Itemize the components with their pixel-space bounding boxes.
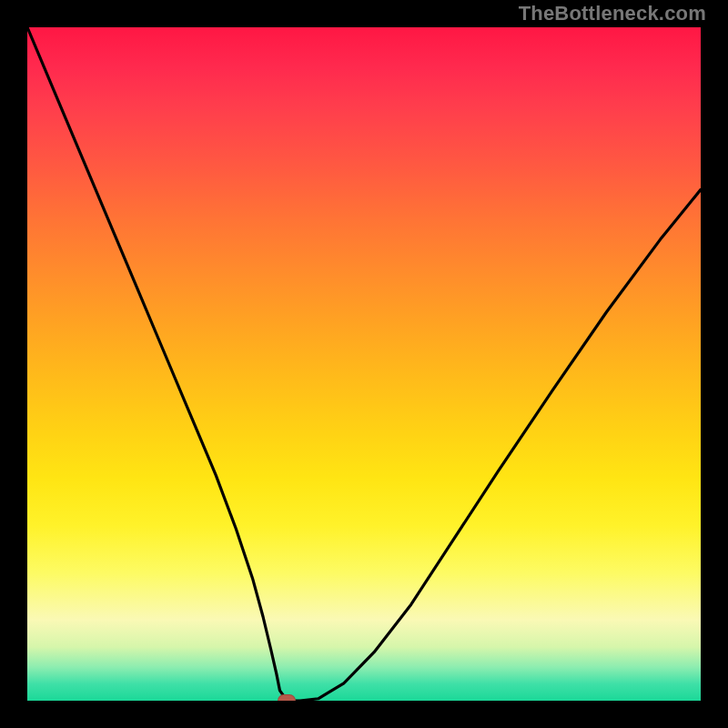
plot-area bbox=[27, 27, 701, 701]
watermark-text: TheBottleneck.com bbox=[519, 2, 706, 25]
bottleneck-curve bbox=[27, 27, 701, 701]
curve-svg bbox=[27, 27, 701, 701]
selected-point-marker bbox=[278, 694, 296, 701]
chart-frame: TheBottleneck.com bbox=[0, 0, 728, 728]
